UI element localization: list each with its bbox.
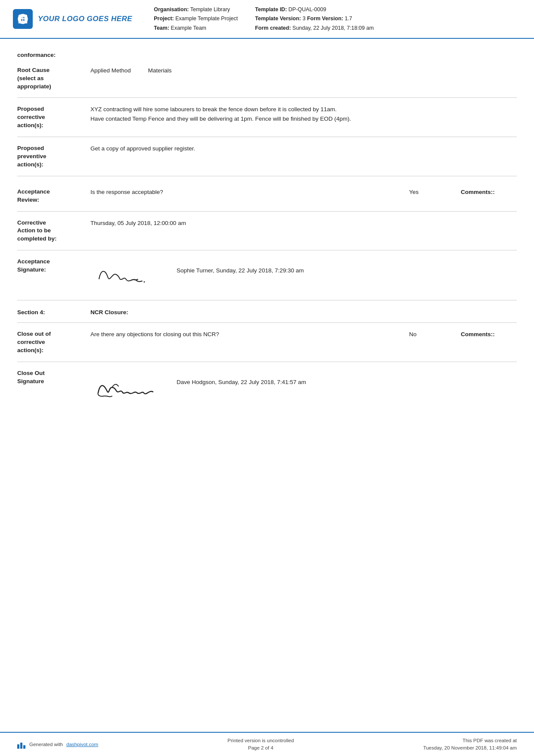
root-cause-row: Root Cause(select asappropriate) Applied… [17,62,517,95]
printed-line2: Page 2 of 4 [227,744,294,752]
divider-4 [17,211,517,212]
acceptance-review-label: AcceptanceReview: [17,187,90,204]
close-out-signature-label: Close OutSignature [17,369,90,386]
applied-method-label: Applied Method [90,66,131,75]
close-out-row: Close out ofcorrectiveaction(s): Are the… [17,325,517,359]
proposed-preventive-row: Proposedpreventiveaction(s): Get a copy … [17,140,517,173]
header: YOUR LOGO GOES HERE Organisation: Templa… [0,0,534,39]
logo-text: YOUR LOGO GOES HERE [38,15,132,23]
template-version-value: 3 [302,16,305,22]
proposed-corrective-label: Proposedcorrectiveaction(s): [17,105,90,130]
form-created-line: Form created: Sunday, 22 July 2018, 7:18… [255,24,374,33]
section4-value: NCR Closure: [90,309,128,316]
printed-line1: Printed version is uncontrolled [227,737,294,744]
form-created-label: Form created: [255,25,291,31]
footer-center: Printed version is uncontrolled Page 2 o… [227,737,294,752]
org-line: Organisation: Template Library [154,5,238,14]
acceptance-signature-row: AcceptanceSignature: Sophie Turner, Sund… [17,253,517,297]
acceptance-signature-image [90,257,164,293]
form-created-value: Sunday, 22 July 2018, 7:18:09 am [292,25,374,31]
form-version-label: Form Version: [307,16,343,22]
template-id-label: Template ID: [255,6,287,12]
close-out-signature-image [90,369,164,406]
close-out-value: Are there any objections for closing out… [90,330,517,339]
template-version-line: Template Version: 3 Form Version: 1.7 [255,14,374,23]
project-value: Example Template Project [175,16,238,22]
close-out-label: Close out ofcorrectiveaction(s): [17,330,90,355]
generated-text: Generated with [29,742,63,747]
divider-7 [17,322,517,323]
close-out-question: Are there any objections for closing out… [90,330,409,339]
footer-right: This PDF was created at Tuesday, 20 Nove… [423,737,517,752]
main-content: conformance: Root Cause(select asappropr… [0,39,534,428]
logo-shape-svg [17,13,29,25]
footer-logo [17,740,26,749]
sophie-signature-svg [90,259,164,290]
logo-area: YOUR LOGO GOES HERE [13,5,132,33]
footer: Generated with dashpivot.com Printed ver… [0,732,534,756]
section4-label: Section 4: [17,309,90,316]
acceptance-review-row: AcceptanceReview: Is the response accept… [17,183,517,209]
divider-6 [17,300,517,300]
project-label: Project: [154,16,174,22]
acceptance-comments-label: Comments:: [461,187,517,197]
header-meta: Organisation: Template Library Project: … [141,5,517,33]
section4-row: Section 4: NCR Closure: [17,303,517,320]
close-out-answer: No [409,330,461,339]
proposed-corrective-row: Proposedcorrectiveaction(s): XYZ contrac… [17,100,517,134]
svg-point-0 [144,281,145,283]
pdf-line1: This PDF was created at [423,737,517,744]
divider-5 [17,250,517,250]
root-cause-materials: Materials [148,66,172,75]
acceptance-answer: Yes [409,187,461,197]
template-version-label: Template Version: [255,16,301,22]
pdf-line2: Tuesday, 20 November 2018, 11:49:04 am [423,744,517,752]
team-value: Example Team [171,25,206,31]
acceptance-signature-label: AcceptanceSignature: [17,257,90,274]
divider-3 [17,176,517,176]
corrective-action-row: CorrectiveAction to becompleted by: Thur… [17,214,517,248]
close-out-signature-row: Close OutSignature Dave Hodgson, Sunday,… [17,365,517,410]
template-id-value: DP-QUAL-0009 [289,6,326,12]
close-out-comments-label: Comments:: [461,330,517,339]
root-cause-values: Applied Method Materials [90,66,517,75]
root-cause-applied-method: Applied Method [90,66,131,75]
corrective-action-label: CorrectiveAction to becompleted by: [17,219,90,244]
proposed-preventive-label: Proposedpreventiveaction(s): [17,144,90,169]
materials-label: Materials [148,66,172,75]
conformance-heading: conformance: [17,47,517,62]
acceptance-review-value: Is the response acceptable? Yes Comments… [90,187,517,197]
header-meta-right: Template ID: DP-QUAL-0009 Template Versi… [255,5,374,33]
proposed-corrective-value: XYZ contracting will hire some labourers… [90,105,517,123]
divider-1 [17,97,517,98]
proposed-preventive-value: Get a copy of approved supplier register… [90,144,517,153]
divider-2 [17,137,517,137]
root-cause-label: Root Cause(select asappropriate) [17,66,90,91]
corrective-line2: Have contacted Temp Fence and they will … [90,114,517,124]
acceptance-question: Is the response acceptable? [90,187,409,197]
project-line: Project: Example Template Project [154,14,238,23]
close-out-signature-name: Dave Hodgson, Sunday, 22 July 2018, 7:41… [177,369,306,387]
acceptance-signature-name: Sophie Turner, Sunday, 22 July 2018, 7:2… [177,257,304,275]
header-meta-left: Organisation: Template Library Project: … [154,5,238,33]
team-label: Team: [154,25,169,31]
dave-signature-svg [90,371,164,403]
dashpivot-link[interactable]: dashpivot.com [66,742,98,747]
corrective-line1: XYZ contracting will hire some labourers… [90,105,517,114]
corrective-action-value: Thursday, 05 July 2018, 12:00:00 am [90,219,517,228]
team-line: Team: Example Team [154,24,238,33]
footer-left: Generated with dashpivot.com [17,740,98,749]
template-id-line: Template ID: DP-QUAL-0009 [255,5,374,14]
close-out-signature-value: Dave Hodgson, Sunday, 22 July 2018, 7:41… [90,369,517,406]
org-label: Organisation: [154,6,189,12]
logo-icon [13,9,33,29]
divider-8 [17,362,517,362]
form-version-value: 1.7 [345,16,352,22]
acceptance-signature-value: Sophie Turner, Sunday, 22 July 2018, 7:2… [90,257,517,293]
org-value: Template Library [190,6,230,12]
